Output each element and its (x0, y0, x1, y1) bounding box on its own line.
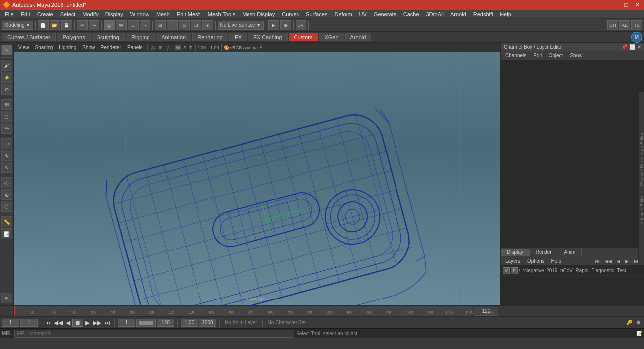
cb-menu-show[interactable]: Show (567, 53, 585, 58)
channel-box-toggle[interactable]: CH (607, 20, 618, 30)
layer-menu-options[interactable]: Options (525, 258, 546, 264)
layer-tab-display[interactable]: Display (501, 249, 530, 256)
uv-editor-button[interactable]: UV (296, 20, 306, 30)
vp-menu-view[interactable]: View (16, 45, 32, 50)
cb-menu-edit[interactable]: Edit (531, 53, 544, 58)
vp-menu-panels[interactable]: Panels (125, 45, 145, 50)
tab-rigging[interactable]: Rigging (126, 33, 155, 41)
move-tool-side[interactable]: ↔↕ (1, 138, 12, 149)
rotate-tool-button[interactable]: E (128, 20, 139, 30)
menu-window[interactable]: Window (127, 10, 152, 18)
wireframe-toggle[interactable]: ⬡ (165, 45, 171, 50)
menu-3dtoall[interactable]: 3DtoAll (423, 10, 446, 18)
snap-tools[interactable]: ⊞ (1, 99, 12, 110)
range-end-field[interactable]: 120 (157, 319, 174, 327)
open-file-button[interactable]: 📂 (50, 20, 60, 30)
menu-modify[interactable]: Modify (79, 10, 101, 18)
menu-help[interactable]: Help (497, 10, 514, 18)
minimize-button[interactable]: — (611, 1, 619, 8)
rotate-tool-side[interactable]: ↻ (1, 150, 12, 161)
mel-input[interactable] (14, 330, 294, 338)
preferences-btn[interactable]: ⚙ (635, 320, 642, 325)
snap-curve-button[interactable]: ⌒ (167, 20, 178, 30)
cb-menu-object[interactable]: Object (546, 53, 566, 58)
autokey-btn[interactable]: 🔑 (625, 320, 634, 325)
menu-cache[interactable]: Cache (400, 10, 422, 18)
attr-editor-toggle[interactable]: AE (619, 20, 630, 30)
annotation-tool[interactable]: 📝 (1, 228, 12, 239)
close-button[interactable]: ✕ (633, 1, 641, 8)
sculpt-tool[interactable]: ⚡ (1, 72, 12, 83)
ipr-button[interactable]: ◉ (280, 20, 291, 30)
channel-box-close[interactable]: ✕ (637, 44, 641, 50)
layer-tab-anim[interactable]: Anim (558, 249, 582, 256)
paint-tool[interactable]: 🖌 (1, 60, 12, 71)
prev-key-btn[interactable]: ◀◀ (53, 319, 64, 326)
tab-fx[interactable]: FX (229, 33, 247, 41)
paint-select[interactable]: ✏ (1, 123, 12, 134)
layer-move-up-btn[interactable]: ◀◀ (603, 259, 613, 264)
move-tool-button[interactable]: W (116, 20, 127, 30)
menu-display[interactable]: Display (102, 10, 126, 18)
scale-tool-side[interactable]: ⤡ (1, 162, 12, 173)
cb-menu-channels[interactable]: Channels (503, 53, 529, 58)
grid-toggle[interactable]: ⊞ (158, 45, 164, 50)
menu-deform[interactable]: Deform (331, 10, 355, 18)
snap-view-button[interactable]: ⊡ (191, 20, 201, 30)
viewport-content[interactable]: x y z persp (14, 52, 500, 305)
quick-select[interactable]: ≡ (1, 293, 12, 303)
snap-point-button[interactable]: ⊙ (179, 20, 190, 30)
layer-tab-render[interactable]: Render (530, 249, 558, 256)
range-start-field[interactable]: 1 (118, 319, 135, 327)
menu-surfaces[interactable]: Surfaces (303, 10, 330, 18)
undo-button[interactable]: ↩ (77, 20, 88, 30)
measure-tool[interactable]: 📏 (1, 216, 12, 227)
lasso-tool[interactable]: ◌ (1, 111, 12, 122)
current-frame-field[interactable]: 1 (2, 319, 19, 327)
end-frame-field-2[interactable]: 2000 (199, 319, 216, 327)
start-frame-field[interactable]: 1 (20, 319, 38, 327)
tool-settings-toggle[interactable]: TS (631, 20, 642, 30)
maximize-button[interactable]: □ (622, 1, 630, 8)
save-file-button[interactable]: 💾 (61, 20, 72, 30)
next-frame-btn[interactable]: ▶▶ (92, 319, 102, 326)
module-selector[interactable]: Modeling ▼ (2, 21, 33, 30)
select-tool-side[interactable]: ↖ (1, 45, 12, 55)
vp-menu-lighting[interactable]: Lighting (56, 45, 79, 50)
menu-uv[interactable]: UV (356, 10, 370, 18)
soft-mod[interactable]: ⬡ (1, 201, 12, 212)
tab-animation[interactable]: Animation (156, 33, 191, 41)
menu-file[interactable]: File (2, 10, 17, 18)
select-tool-button[interactable]: Q (104, 20, 115, 30)
layer-add-btn[interactable]: ⏮ (594, 259, 601, 264)
playhead[interactable] (14, 306, 15, 316)
soft-select-tool[interactable]: ⊙ (1, 84, 12, 95)
layer-row[interactable]: V P /..:Negative_2019_nCoV_Rapid_Diagnos… (501, 266, 644, 276)
live-surface-dropdown[interactable]: No Live Surface ▼ (218, 21, 264, 30)
new-file-button[interactable]: 📄 (38, 20, 49, 30)
tab-curves-surfaces[interactable]: Curves / Surfaces (2, 33, 56, 41)
wireframe-display-btn[interactable]: W (175, 45, 182, 50)
channel-box-pin[interactable]: 📌 (621, 44, 627, 50)
skip-to-start-btn[interactable]: ⏮ (44, 319, 52, 326)
menu-arnold[interactable]: Arnold (447, 10, 469, 18)
tab-rendering[interactable]: Rendering (192, 33, 228, 41)
layer-visibility-p[interactable]: P (511, 267, 518, 274)
menu-generate[interactable]: Generate (371, 10, 399, 18)
menu-create[interactable]: Create (34, 10, 56, 18)
menu-mesh-tools[interactable]: Mesh Tools (205, 10, 238, 18)
skip-to-end-btn[interactable]: ⏭ (103, 319, 111, 326)
prev-frame-btn[interactable]: ◀ (65, 319, 71, 326)
redo-button[interactable]: ↪ (89, 20, 99, 30)
vp-menu-renderer[interactable]: Renderer (98, 45, 124, 50)
layer-last-btn[interactable]: ▶ (624, 259, 630, 264)
snap-grid-button[interactable]: ⊞ (155, 20, 166, 30)
tab-custom[interactable]: Custom (289, 33, 318, 41)
snap-surface-button[interactable]: ◈ (202, 20, 213, 30)
stop-btn[interactable]: ⏹ (72, 319, 83, 327)
layer-menu-help[interactable]: Help (548, 258, 564, 264)
menu-mesh-display[interactable]: Mesh Display (239, 10, 278, 18)
viewport[interactable]: View Shading Lighting Show Renderer Pane… (14, 43, 500, 305)
menu-select[interactable]: Select (57, 10, 79, 18)
prop-modif[interactable]: ⊕ (1, 189, 12, 200)
